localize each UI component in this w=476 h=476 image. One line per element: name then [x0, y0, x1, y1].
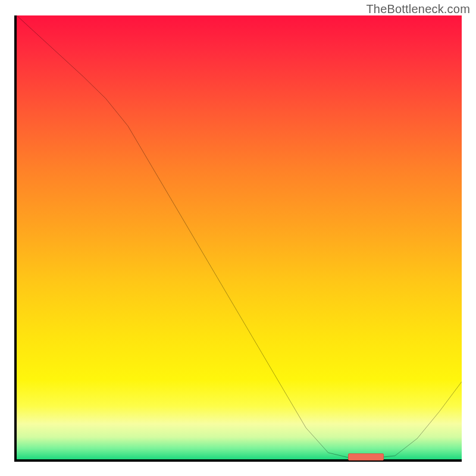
chart-container: TheBottleneck.com: [0, 0, 476, 476]
optimal-marker: [348, 453, 384, 461]
line-plot: [17, 15, 462, 459]
attribution-label: TheBottleneck.com: [366, 2, 470, 16]
plot-area: [14, 15, 462, 462]
curve-path: [17, 15, 462, 458]
